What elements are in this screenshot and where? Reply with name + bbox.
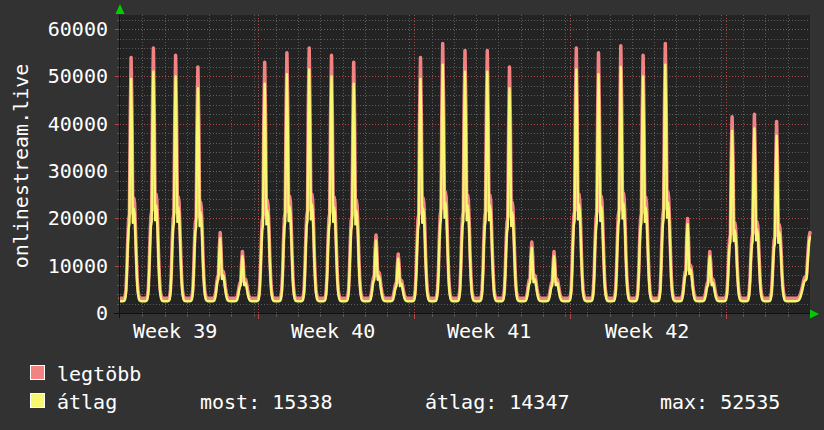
rrd-graph-window: onlinestream.live 60000 50000 40000 3000… <box>0 0 824 430</box>
legend-label-legtobb: legtöbb <box>57 363 141 385</box>
y-axis-arrow-icon <box>116 4 125 14</box>
stat-most: most: 15338 <box>200 391 332 413</box>
y-tick-40000: 40000 <box>28 113 108 135</box>
x-tick-week-42: Week 42 <box>605 320 689 342</box>
legend-swatch-legtobb <box>30 365 45 380</box>
y-tick-0: 0 <box>28 302 108 324</box>
y-tick-30000: 30000 <box>28 160 108 182</box>
y-tick-60000: 60000 <box>28 18 108 40</box>
stat-max: max: 52535 <box>660 391 780 413</box>
y-tick-20000: 20000 <box>28 207 108 229</box>
x-tick-week-41: Week 41 <box>447 320 531 342</box>
legend-label-atlag: átlag <box>57 391 117 413</box>
x-tick-week-40: Week 40 <box>291 320 375 342</box>
legend-swatch-atlag <box>30 393 45 408</box>
y-tick-50000: 50000 <box>28 65 108 87</box>
x-axis-arrow-icon <box>810 310 819 319</box>
stat-atlag: átlag: 14347 <box>425 391 570 413</box>
x-tick-week-39: Week 39 <box>133 320 217 342</box>
y-tick-10000: 10000 <box>28 255 108 277</box>
